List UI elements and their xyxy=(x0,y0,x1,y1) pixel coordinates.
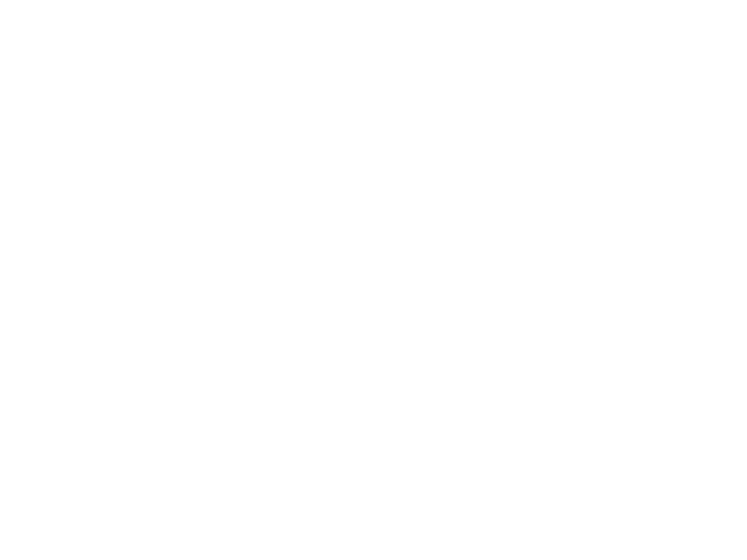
figure xyxy=(0,0,747,560)
plot-canvas xyxy=(0,0,747,560)
